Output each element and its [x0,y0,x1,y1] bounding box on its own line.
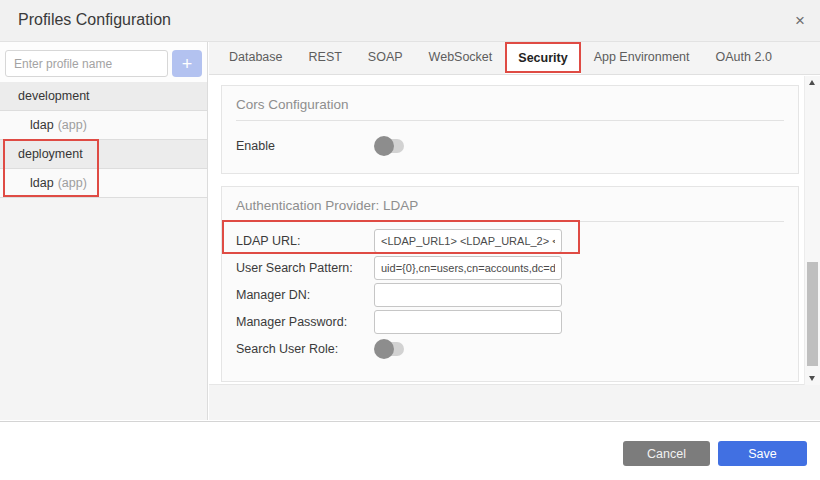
security-settings-panel: Cors Configuration Enable Authentication… [209,75,820,385]
cors-enable-row: Enable [236,134,784,158]
panel-scrollbar[interactable] [804,76,820,385]
manager-dn-input[interactable] [374,283,562,307]
close-icon[interactable]: × [788,9,812,33]
scrollbar-down-arrow-icon[interactable] [805,372,820,384]
profile-label: deployment [18,147,83,161]
sidebar-item-ldap-app-development[interactable]: ldap(app) [0,111,207,140]
manager-dn-label: Manager DN: [236,288,374,302]
user-search-pattern-input[interactable] [374,256,562,280]
manager-password-input[interactable] [374,310,562,334]
cors-enable-toggle[interactable] [374,136,406,156]
add-profile-button[interactable]: + [172,50,202,77]
user-search-pattern-row: User Search Pattern: [236,256,784,280]
profiles-sidebar: + development ldap(app) deployment ldap(… [0,42,208,420]
search-user-role-row: Search User Role: [236,337,784,361]
profile-name-input[interactable] [5,50,168,77]
sidebar-item-development[interactable]: development [0,82,207,111]
manager-password-row: Manager Password: [236,310,784,334]
search-user-role-toggle[interactable] [374,339,406,359]
page-title: Profiles Configuration [18,11,171,29]
profile-label: ldap [30,176,54,190]
scrollbar-up-arrow-icon[interactable] [805,77,820,89]
manager-password-label: Manager Password: [236,315,374,329]
profile-label: development [18,89,90,103]
cors-section-title: Cors Configuration [236,86,784,121]
dialog-footer: Cancel Save [0,421,820,480]
cors-enable-label: Enable [236,139,374,153]
manager-dn-row: Manager DN: [236,283,784,307]
ldap-url-row: LDAP URL: [236,229,784,253]
profile-list: development ldap(app) deployment ldap(ap… [0,82,207,198]
profile-type-suffix: (app) [58,176,87,190]
tab-oauth[interactable]: OAuth 2.0 [703,42,785,74]
tab-database[interactable]: Database [216,42,296,74]
user-search-pattern-label: User Search Pattern: [236,261,374,275]
sidebar-item-deployment[interactable]: deployment [0,140,207,169]
toggle-knob [374,136,394,156]
ldap-provider-card: Authentication Provider: LDAP LDAP URL: … [221,186,799,382]
sidebar-item-ldap-app-deployment[interactable]: ldap(app) [0,169,207,198]
save-button[interactable]: Save [718,441,807,466]
tab-security[interactable]: Security [505,42,580,74]
profile-label: ldap [30,118,54,132]
panel-bottom-strip [209,386,820,420]
tab-app-environment[interactable]: App Environment [581,42,703,74]
scrollbar-thumb[interactable] [807,262,818,366]
tab-websocket[interactable]: WebSocket [416,42,506,74]
ldap-url-input[interactable] [374,229,562,253]
search-user-role-label: Search User Role: [236,342,374,356]
tab-rest[interactable]: REST [296,42,355,74]
tab-soap[interactable]: SOAP [355,42,416,74]
profile-type-suffix: (app) [58,118,87,132]
tab-security-label: Security [518,51,567,65]
configuration-main: Database REST SOAP WebSocket Security Ap… [209,42,820,420]
dialog-header: Profiles Configuration × [0,0,820,42]
profiles-configuration-dialog: Profiles Configuration × + development l… [0,0,820,480]
ldap-url-label: LDAP URL: [236,234,374,248]
cors-configuration-card: Cors Configuration Enable [221,85,799,174]
ldap-section-title: Authentication Provider: LDAP [236,187,784,222]
add-profile-row: + [0,42,207,82]
cancel-button[interactable]: Cancel [623,441,710,466]
configuration-tabbar: Database REST SOAP WebSocket Security Ap… [209,42,820,75]
toggle-knob [374,339,394,359]
